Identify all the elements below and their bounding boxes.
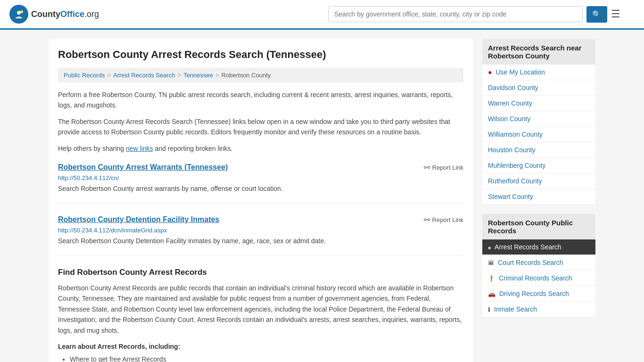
record-url-1: http://50.234.4.112/dcn/inmateGrid.aspx bbox=[58, 227, 463, 234]
main-container: Robertson County Arrest Records Search (… bbox=[39, 30, 605, 362]
logo-icon bbox=[9, 5, 28, 24]
county-link-5[interactable]: Muhlenberg County bbox=[488, 162, 545, 169]
county-item-4[interactable]: Houston County bbox=[482, 142, 595, 158]
report-icon-1: ⚯ bbox=[424, 215, 430, 224]
use-location-link[interactable]: Use My Location bbox=[495, 68, 545, 76]
header: CountyOffice.org 🔍 ☰ bbox=[0, 0, 644, 30]
report-link-label-0: Report Link bbox=[432, 164, 463, 171]
nearby-list: ● Use My Location Davidson County Warren… bbox=[482, 65, 595, 205]
breadcrumb-sep-3: > bbox=[215, 72, 219, 79]
pr-item-1[interactable]: Court Records Search bbox=[482, 255, 595, 271]
pr-link-0[interactable]: Arrest Records Search bbox=[495, 243, 561, 251]
breadcrumb-arrest-records[interactable]: Arrest Records Search bbox=[113, 72, 175, 79]
record-title-1[interactable]: Robertson County Detention Facility Inma… bbox=[58, 215, 219, 224]
intro-para3: Help others by sharing new links and rep… bbox=[58, 143, 463, 154]
county-link-6[interactable]: Rutherford County bbox=[488, 177, 542, 185]
search-input[interactable] bbox=[328, 6, 583, 22]
intro-para1: Perform a free Robertson County, TN publ… bbox=[58, 90, 463, 111]
learn-item-0: Where to get free Arrest Records bbox=[70, 354, 463, 362]
learn-title: Learn about Arrest Records, including: bbox=[58, 343, 463, 350]
breadcrumb-sep-1: > bbox=[107, 72, 111, 79]
county-link-3[interactable]: Williamson County bbox=[488, 131, 543, 138]
new-links-link[interactable]: new links bbox=[126, 145, 153, 152]
breadcrumb-robertson: Robertson County bbox=[222, 72, 271, 79]
intro-para2: The Robertson County Arrest Records Sear… bbox=[58, 116, 463, 138]
breadcrumb-public-records[interactable]: Public Records bbox=[64, 72, 105, 79]
report-link-btn-1[interactable]: ⚯ Report Link bbox=[424, 215, 463, 224]
search-button[interactable]: 🔍 bbox=[586, 6, 607, 23]
nearby-section: Arrest Records Search near Robertson Cou… bbox=[482, 39, 595, 205]
para3-suffix: and reporting broken links. bbox=[153, 145, 233, 152]
county-item-7[interactable]: Stewart County bbox=[482, 189, 595, 205]
report-link-label-1: Report Link bbox=[432, 216, 463, 223]
sidebar: Arrest Records Search near Robertson Cou… bbox=[482, 39, 595, 362]
record-desc-0: Search Robertson County arrest warrants … bbox=[58, 184, 463, 194]
record-header-0: Robertson County Arrest Warrants (Tennes… bbox=[58, 163, 463, 172]
inmate-icon bbox=[488, 305, 490, 313]
page-title: Robertson County Arrest Records Search (… bbox=[58, 49, 463, 61]
county-link-0[interactable]: Davidson County bbox=[488, 84, 538, 91]
learn-list: Where to get free Arrest Records How to … bbox=[58, 354, 463, 362]
record-header-1: Robertson County Detention Facility Inma… bbox=[58, 215, 463, 224]
county-item-0[interactable]: Davidson County bbox=[482, 80, 595, 96]
logo-org: .org bbox=[84, 9, 99, 19]
para3-prefix: Help others by sharing bbox=[58, 145, 126, 152]
logo-text: CountyOffice.org bbox=[31, 9, 99, 19]
county-item-6[interactable]: Rutherford County bbox=[482, 173, 595, 189]
report-link-btn-0[interactable]: ⚯ Report Link bbox=[424, 163, 463, 172]
pr-item-0[interactable]: Arrest Records Search bbox=[482, 239, 595, 255]
record-url-0: http://50.234.4.112/cn/ bbox=[58, 174, 463, 181]
breadcrumb: Public Records > Arrest Records Search >… bbox=[58, 68, 463, 82]
public-records-section: Robertson County Public Records Arrest R… bbox=[482, 214, 595, 317]
record-desc-1: Search Robertson County Detention Facili… bbox=[58, 236, 463, 246]
criminal-icon bbox=[488, 274, 495, 282]
find-section-title: Find Robertson County Arrest Records bbox=[58, 268, 463, 277]
record-block-0: Robertson County Arrest Warrants (Tennes… bbox=[58, 163, 463, 204]
arrest-icon bbox=[488, 243, 491, 251]
pr-link-3[interactable]: Driving Records Search bbox=[499, 290, 569, 297]
svg-point-1 bbox=[17, 11, 21, 15]
public-records-header: Robertson County Public Records bbox=[482, 214, 595, 239]
logo-area: CountyOffice.org bbox=[9, 5, 99, 24]
pr-link-2[interactable]: Criminal Records Search bbox=[499, 274, 572, 282]
county-link-1[interactable]: Warren County bbox=[488, 99, 532, 107]
pr-link-1[interactable]: Court Records Search bbox=[498, 259, 563, 266]
pr-item-2[interactable]: Criminal Records Search bbox=[482, 271, 595, 286]
county-link-7[interactable]: Stewart County bbox=[488, 193, 533, 200]
pr-item-4[interactable]: Inmate Search bbox=[482, 302, 595, 317]
search-area: 🔍 ☰ bbox=[328, 6, 620, 23]
record-title-0[interactable]: Robertson County Arrest Warrants (Tennes… bbox=[58, 163, 228, 172]
county-item-5[interactable]: Muhlenberg County bbox=[482, 158, 595, 173]
pr-item-3[interactable]: Driving Records Search bbox=[482, 286, 595, 302]
public-records-list: Arrest Records Search Court Records Sear… bbox=[482, 239, 595, 317]
breadcrumb-sep-2: > bbox=[178, 72, 182, 79]
county-link-2[interactable]: Wilson County bbox=[488, 115, 530, 123]
location-icon: ● bbox=[488, 68, 492, 76]
county-link-4[interactable]: Houston County bbox=[488, 146, 535, 154]
court-icon bbox=[488, 259, 494, 266]
find-section-body: Robertson County Arrest Records are publ… bbox=[58, 283, 463, 336]
content-area: Robertson County Arrest Records Search (… bbox=[49, 39, 473, 362]
driving-icon bbox=[488, 290, 495, 297]
county-item-3[interactable]: Williamson County bbox=[482, 127, 595, 142]
use-location-item[interactable]: ● Use My Location bbox=[482, 65, 595, 80]
nearby-header: Arrest Records Search near Robertson Cou… bbox=[482, 39, 595, 65]
county-item-2[interactable]: Wilson County bbox=[482, 111, 595, 127]
pr-link-4[interactable]: Inmate Search bbox=[494, 305, 537, 313]
county-item-1[interactable]: Warren County bbox=[482, 96, 595, 111]
menu-button[interactable]: ☰ bbox=[611, 8, 620, 20]
record-block-1: Robertson County Detention Facility Inma… bbox=[58, 215, 463, 256]
logo-office: Office bbox=[60, 9, 84, 19]
breadcrumb-tennessee[interactable]: Tennessee bbox=[183, 72, 213, 79]
report-icon-0: ⚯ bbox=[424, 163, 430, 172]
